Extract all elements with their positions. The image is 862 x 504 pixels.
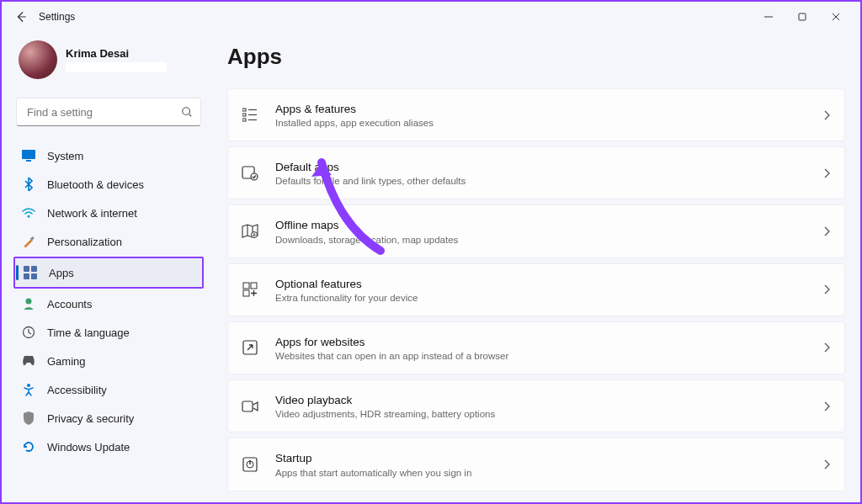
search-icon <box>181 106 193 118</box>
svg-line-3 <box>189 114 192 117</box>
svg-point-12 <box>26 299 32 305</box>
card-title: Apps & features <box>275 102 824 117</box>
svg-rect-5 <box>26 160 31 162</box>
chevron-right-icon <box>824 284 831 294</box>
chevron-right-icon <box>824 342 831 353</box>
profile-section[interactable]: Krima Desai <box>13 32 204 93</box>
sidebar-item-label: Privacy & security <box>47 412 134 425</box>
svg-rect-26 <box>243 290 249 296</box>
time-icon <box>22 326 35 339</box>
card-video-playback[interactable]: Video playbackVideo adjustments, HDR str… <box>227 379 845 432</box>
svg-rect-17 <box>242 119 246 121</box>
chevron-right-icon <box>824 226 831 236</box>
svg-rect-28 <box>242 401 253 411</box>
accessibility-icon <box>22 383 35 396</box>
card-subtitle: Defaults for file and link types, other … <box>275 176 824 186</box>
sidebar-item-network[interactable]: Network & internet <box>13 199 204 227</box>
sidebar-item-label: Apps <box>49 267 74 279</box>
card-subtitle: Installed apps, app execution aliases <box>275 118 824 128</box>
titlebar: Settings <box>2 2 860 32</box>
window-title: Settings <box>39 11 75 23</box>
chevron-right-icon <box>824 110 831 120</box>
page-title: Apps <box>227 44 845 70</box>
gaming-icon <box>22 354 35 368</box>
card-offline-maps[interactable]: Offline mapsDownloads, storage location,… <box>227 204 845 257</box>
default-apps-icon <box>242 165 258 182</box>
card-subtitle: Apps that start automatically when you s… <box>275 468 824 478</box>
card-title: Optional features <box>275 277 824 292</box>
svg-rect-24 <box>243 283 249 289</box>
apps-icon <box>24 266 37 279</box>
sidebar-item-gaming[interactable]: Gaming <box>13 347 204 375</box>
sidebar-item-accessibility[interactable]: Accessibility <box>13 375 204 404</box>
video-icon <box>242 398 258 415</box>
avatar <box>19 40 57 79</box>
chevron-right-icon <box>824 459 831 470</box>
sidebar-item-update[interactable]: Windows Update <box>13 432 204 461</box>
user-email-redacted <box>66 62 167 72</box>
svg-rect-9 <box>31 266 37 272</box>
search-container <box>16 98 201 126</box>
card-apps-websites[interactable]: Apps for websitesWebsites that can open … <box>227 321 845 374</box>
svg-rect-1 <box>799 13 806 20</box>
sidebar-item-label: System <box>47 150 83 162</box>
card-title: Video playback <box>275 393 824 408</box>
search-input[interactable] <box>16 98 201 126</box>
card-subtitle: Extra functionality for your device <box>275 293 824 303</box>
svg-rect-4 <box>22 150 35 159</box>
update-icon <box>22 440 35 454</box>
back-button[interactable] <box>15 11 27 23</box>
wifi-icon <box>22 206 35 220</box>
svg-rect-16 <box>242 114 246 116</box>
svg-rect-11 <box>31 273 37 279</box>
highlight-annotation: Apps <box>13 257 204 289</box>
svg-rect-8 <box>24 266 29 272</box>
sidebar-item-label: Bluetooth & devices <box>47 178 144 191</box>
card-startup[interactable]: StartupApps that start automatically whe… <box>227 438 845 491</box>
sidebar-item-bluetooth[interactable]: Bluetooth & devices <box>13 170 204 199</box>
card-apps-features[interactable]: Apps & featuresInstalled apps, app execu… <box>227 88 845 141</box>
card-title: Apps for websites <box>275 335 824 350</box>
sidebar-item-system[interactable]: System <box>13 141 204 170</box>
card-default-apps[interactable]: Default appsDefaults for file and link t… <box>227 146 845 199</box>
card-title: Offline maps <box>275 218 824 233</box>
svg-rect-15 <box>242 109 246 111</box>
window-controls <box>753 5 852 29</box>
apps-websites-icon <box>242 339 258 356</box>
shield-icon <box>22 411 35 425</box>
svg-point-14 <box>27 384 30 387</box>
sidebar-item-label: Network & internet <box>47 207 137 220</box>
minimize-button[interactable] <box>753 5 785 29</box>
nav-list: System Bluetooth & devices Network & int… <box>13 141 204 461</box>
sidebar-item-label: Gaming <box>47 355 86 368</box>
chevron-right-icon <box>824 401 831 411</box>
sidebar-item-time[interactable]: Time & language <box>13 318 204 347</box>
sidebar-item-privacy[interactable]: Privacy & security <box>13 404 204 432</box>
bluetooth-icon <box>22 178 35 191</box>
optional-features-icon <box>242 281 258 298</box>
chevron-right-icon <box>824 168 831 178</box>
card-subtitle: Websites that can open in an app instead… <box>275 351 824 361</box>
sidebar-item-label: Accessibility <box>47 384 107 396</box>
sidebar-item-personalization[interactable]: Personalization <box>13 227 204 256</box>
account-icon <box>22 297 35 310</box>
maximize-button[interactable] <box>786 5 818 29</box>
svg-point-2 <box>183 108 190 115</box>
sidebar-item-label: Time & language <box>47 326 130 339</box>
card-subtitle: Downloads, storage location, map updates <box>275 235 824 245</box>
svg-rect-10 <box>24 273 29 279</box>
sidebar-item-apps[interactable]: Apps <box>15 258 202 287</box>
content-area: Apps Apps & featuresInstalled apps, app … <box>204 32 849 496</box>
sidebar-item-label: Personalization <box>47 236 122 248</box>
svg-point-6 <box>28 216 29 218</box>
startup-icon <box>242 456 258 473</box>
card-title: Default apps <box>275 160 824 175</box>
system-icon <box>22 149 35 162</box>
card-subtitle: Video adjustments, HDR streaming, batter… <box>275 409 824 419</box>
sidebar: Krima Desai System Bluetooth & devices N… <box>13 32 204 496</box>
sidebar-item-accounts[interactable]: Accounts <box>13 289 204 318</box>
close-button[interactable] <box>820 5 852 29</box>
card-optional-features[interactable]: Optional featuresExtra functionality for… <box>227 263 845 316</box>
brush-icon <box>22 235 35 248</box>
user-name: Krima Desai <box>66 47 167 60</box>
